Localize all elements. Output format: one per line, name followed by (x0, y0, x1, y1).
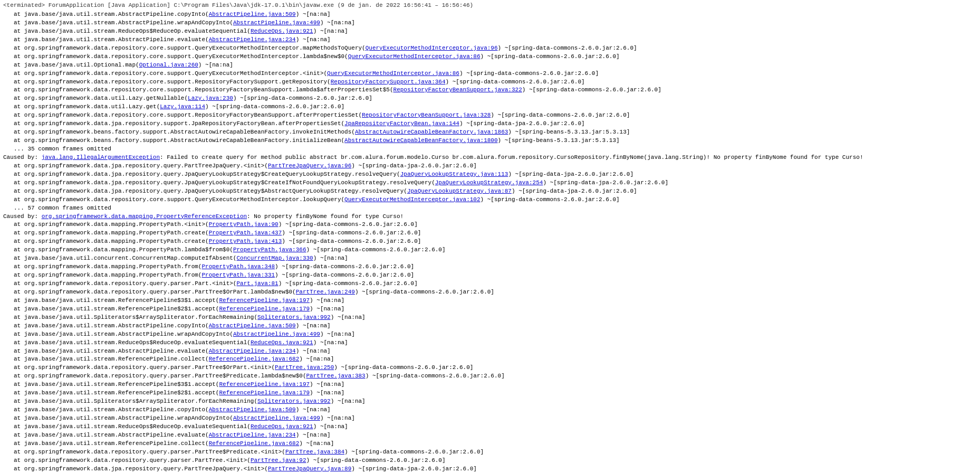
stack-link[interactable]: AbstractPipeline.java:509 (209, 323, 296, 329)
stack-plain-text: at java.base/java.util.stream.ReferenceP… (14, 297, 219, 304)
caused-by-message: : No property finByNome found for type C… (247, 213, 403, 220)
stack-link[interactable]: JpaQueryLookupStrategy.java:87 (407, 188, 512, 194)
stack-link[interactable]: QueryExecutorMethodInterceptor.java:96 (366, 45, 498, 51)
stack-plain-text: at org.springframework.data.repository.c… (14, 87, 393, 93)
stack-link[interactable]: PartTreeJpaQuery.java:89 (268, 466, 351, 472)
stack-link[interactable]: AbstractPipeline.java:499 (233, 415, 320, 421)
stack-after-text: ) ~[spring-data-commons-2.6.0.jar:2.6.0] (498, 45, 637, 51)
stack-line-20: at org.springframework.data.jpa.reposito… (3, 179, 977, 187)
stack-link[interactable]: PropertyPath.java:90 (209, 221, 278, 228)
stack-after-text: ) ~[spring-data-commons-2.6.0.jar:2.6.0] (334, 364, 473, 371)
stack-link[interactable]: QueryExecutorMethodInterceptor.java:86 (348, 53, 481, 60)
stack-link[interactable]: AbstractPipeline.java:499 (233, 20, 320, 26)
stack-link[interactable]: ReduceOps.java:921 (251, 423, 313, 430)
stack-plain-text: at org.springframework.data.jpa.reposito… (14, 120, 344, 127)
caused-by-exception-link[interactable]: java.lang.IllegalArgumentException (42, 154, 160, 160)
stack-link[interactable]: RepositoryFactoryBeanSupport.java:322 (393, 87, 522, 93)
stack-link[interactable]: PartTreeJpaQuery.java:96 (268, 163, 351, 169)
stack-link[interactable]: PropertyPath.java:331 (201, 272, 275, 278)
stack-link[interactable]: PropertyPath.java:413 (209, 238, 282, 244)
stack-plain-text: at org.springframework.data.repository.c… (14, 53, 348, 60)
stack-line-0: at java.base/java.util.stream.AbstractPi… (3, 11, 977, 19)
stack-link[interactable]: Part.java:81 (236, 280, 278, 287)
stack-link[interactable]: Optional.java:260 (139, 62, 198, 68)
stack-link[interactable]: QueryExecutorMethodInterceptor.java:86 (327, 70, 459, 77)
stack-after-text: ) ~[na:na] (313, 339, 348, 346)
stack-after-text: ) ~[spring-beans-5.3.13.jar:5.3.13] (508, 129, 630, 135)
stack-link[interactable]: ReduceOps.java:921 (251, 28, 313, 34)
stack-link[interactable]: JpaQueryLookupStrategy.java:254 (435, 179, 543, 186)
stack-plain-text: at java.base/java.util.Spliterators$Arra… (14, 314, 257, 320)
stack-link[interactable]: ReferencePipeline.java:682 (209, 356, 300, 362)
caused-by-exception-link[interactable]: org.springframework.data.mapping.Propert… (42, 213, 247, 220)
stack-line-40: at java.base/java.util.stream.AbstractPi… (3, 347, 977, 356)
stack-link[interactable]: PropertyPath.java:437 (209, 230, 282, 236)
stack-link[interactable]: JpaRepositoryFactoryBean.java:144 (344, 120, 459, 127)
stack-after-text: ) ~[na:na] (310, 390, 344, 396)
stack-link[interactable]: AbstractPipeline.java:499 (233, 331, 320, 337)
stack-plain-text: at org.springframework.data.mapping.Prop… (14, 272, 201, 278)
stack-link[interactable]: ReferencePipeline.java:197 (219, 297, 310, 304)
stack-link[interactable]: ReferencePipeline.java:179 (219, 390, 310, 396)
stack-line-18: at org.springframework.data.jpa.reposito… (3, 162, 977, 171)
stack-link[interactable]: JpaQueryLookupStrategy.java:113 (400, 171, 508, 177)
stack-link[interactable]: PartTree.java:92 (251, 457, 306, 463)
stack-after-text: ) ~[na:na] (313, 28, 348, 34)
stack-after-text: ) ~[spring-data-commons-2.6.0.jar:2.6.0] (275, 263, 414, 270)
stack-after-text: ) ~[na:na] (299, 440, 334, 447)
stack-plain-text: at java.base/java.util.stream.AbstractPi… (14, 20, 233, 26)
stack-line-33: at org.springframework.data.repository.q… (3, 288, 977, 297)
stack-after-text: ) ~[spring-data-commons-2.6.0.jar:2.6.0] (491, 112, 630, 118)
stack-link[interactable]: PartTree.java:384 (285, 449, 344, 455)
stack-link[interactable]: Spliterators.java:992 (257, 314, 331, 320)
stack-plain-text: at java.base/java.util.stream.AbstractPi… (14, 406, 209, 413)
stack-line-50: at java.base/java.util.stream.AbstractPi… (3, 431, 977, 440)
stack-after-text: ) ~[spring-data-jpa-2.6.0.jar:2.6.0] (351, 163, 477, 169)
stack-plain-text: at org.springframework.data.repository.c… (14, 112, 362, 118)
stack-link[interactable]: QueryExecutorMethodInterceptor.java:102 (344, 196, 480, 203)
stack-link[interactable]: PropertyPath.java:366 (233, 247, 306, 253)
stack-line-43: at org.springframework.data.repository.q… (3, 372, 977, 381)
stack-link[interactable]: ReferencePipeline.java:682 (209, 440, 300, 447)
stack-link[interactable]: RepositoryFactorySupport.java:364 (331, 79, 446, 85)
stack-link[interactable]: ReduceOps.java:921 (251, 339, 313, 346)
stack-link[interactable]: PropertyPath.java:348 (201, 263, 275, 270)
stack-line-30: at org.springframework.data.mapping.Prop… (3, 263, 977, 271)
stack-link[interactable]: ReferencePipeline.java:179 (219, 306, 310, 312)
stack-link[interactable]: PartTree.java:383 (306, 373, 366, 379)
stack-link[interactable]: Lazy.java:114 (160, 103, 205, 110)
stack-link[interactable]: AbstractPipeline.java:234 (209, 432, 296, 438)
stack-after-text: ) ~[spring-data-jpa-2.6.0.jar:2.6.0] (351, 466, 477, 472)
stack-link[interactable]: AbstractPipeline.java:509 (209, 406, 296, 413)
stack-after-text: ) ~[spring-data-commons-2.6.0.jar:2.6.0] (275, 272, 414, 278)
stack-plain-text: at org.springframework.data.repository.c… (14, 45, 366, 51)
stack-link[interactable]: RepositoryFactoryBeanSupport.java:328 (362, 112, 491, 118)
stack-link[interactable]: AbstractPipeline.java:234 (209, 36, 296, 43)
stack-after-text: ) ~[na:na] (331, 314, 366, 320)
stack-after-text: ) ~[spring-data-commons-2.6.0.jar:2.6.0] (355, 289, 494, 295)
stack-link[interactable]: ConcurrentMap.java:330 (236, 255, 313, 261)
stack-link[interactable]: Lazy.java:230 (188, 95, 233, 101)
stack-after-text: ) ~[spring-data-commons-2.6.0.jar:2.6.0] (278, 221, 418, 228)
stack-link[interactable]: Spliterators.java:992 (257, 398, 331, 404)
stack-plain-text: at org.springframework.data.mapping.Prop… (14, 238, 209, 244)
stack-plain-text: at java.base/java.util.stream.AbstractPi… (14, 331, 233, 337)
stack-line-24: Caused by: org.springframework.data.mapp… (3, 213, 977, 221)
stack-line-23: ... 57 common frames omitted (3, 204, 977, 213)
stack-link[interactable]: AbstractAutowireCapableBeanFactory.java:… (355, 129, 508, 135)
stack-plain-text: at org.springframework.data.repository.q… (14, 449, 285, 455)
stack-plain-text: at org.springframework.data.jpa.reposito… (14, 466, 268, 472)
stack-link[interactable]: ReferencePipeline.java:197 (219, 381, 310, 387)
stack-link[interactable]: AbstractAutowireCapableBeanFactory.java:… (344, 137, 497, 144)
stack-link[interactable]: AbstractPipeline.java:509 (209, 11, 296, 17)
stack-line-3: at java.base/java.util.stream.AbstractPi… (3, 36, 977, 44)
stack-after-text: ) ~[spring-data-jpa-2.6.0.jar:2.6.0] (543, 179, 668, 186)
stack-link[interactable]: AbstractPipeline.java:234 (209, 348, 296, 354)
stack-after-text: ) ~[spring-data-commons-2.6.0.jar:2.6.0] (459, 70, 599, 77)
stack-plain-text: at org.springframework.data.mapping.Prop… (14, 263, 201, 270)
stack-line-29: at java.base/java.util.concurrent.Concur… (3, 254, 977, 263)
stack-line-21: at org.springframework.data.jpa.reposito… (3, 187, 977, 196)
stack-link[interactable]: PartTree.java:249 (296, 289, 355, 295)
stack-link[interactable]: PartTree.java:250 (275, 364, 334, 371)
stack-line-39: at java.base/java.util.stream.ReduceOps$… (3, 339, 977, 347)
